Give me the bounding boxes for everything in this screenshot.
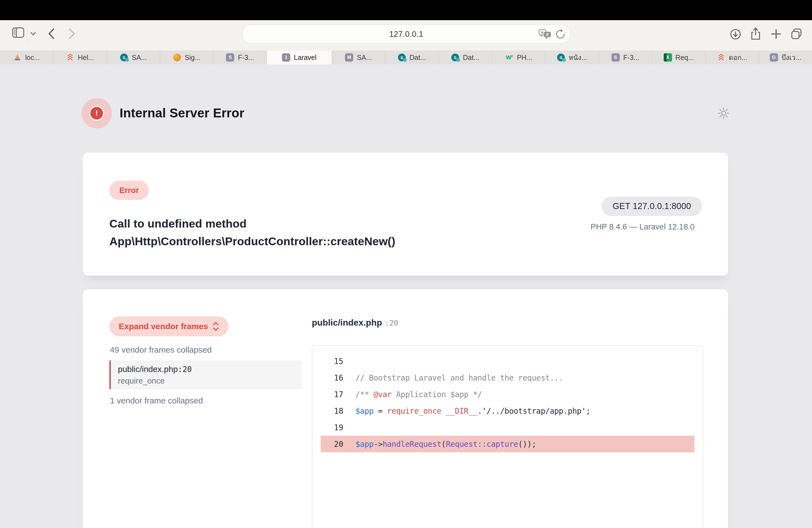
one-gray-favicon: 1 [282, 53, 290, 62]
browser-toolbar: 127.0.0.1 A 文 [0, 20, 812, 51]
line-number: 18 [321, 407, 343, 415]
code-text: $app->handleRequest(Request::capture()); [356, 440, 536, 449]
line-number: 16 [321, 373, 343, 382]
browser-tab[interactable]: W3PH... [492, 50, 546, 64]
stack-frame-function: require_once [118, 377, 302, 385]
code-file-name: public/index.php [312, 318, 382, 327]
code-line-highlighted: 20$app->handleRequest(Request::capture()… [321, 436, 694, 452]
tab-label: Sig... [185, 54, 201, 62]
menu-bar [0, 0, 812, 20]
code-file-line: :20 [385, 319, 398, 327]
downloads-button[interactable] [730, 28, 741, 40]
browser-tab[interactable]: 1Laravel [267, 50, 332, 64]
share-button[interactable] [750, 28, 761, 40]
tab-label: SA... [132, 54, 147, 62]
forward-button[interactable] [68, 28, 76, 40]
tab-label: Dat... [463, 54, 479, 62]
stack-frame-item[interactable]: public/index.php:20 require_once [110, 361, 302, 390]
code-text: $app = require_once __DIR__.'/../bootstr… [356, 407, 591, 415]
code-text: /** @var Application $app */ [356, 390, 482, 399]
tab-label: loc... [25, 54, 40, 62]
error-status-icon: ! [82, 98, 112, 128]
sidebar-toggle-icon[interactable] [12, 27, 24, 38]
reload-icon[interactable] [555, 28, 566, 40]
vendor-frames-collapsed-bottom: 1 vendor frame collapsed [110, 396, 203, 406]
back-button[interactable] [47, 28, 55, 40]
laravel-favicon [66, 53, 74, 62]
expand-vendor-frames-button[interactable]: Expand vendor frames [110, 317, 228, 336]
browser-tab[interactable]: Sig... [160, 50, 214, 64]
browser-tab[interactable]: SDat... [385, 50, 439, 64]
tab-label: Dat... [410, 54, 426, 62]
page-title: Internal Server Error [120, 105, 244, 120]
w3-favicon: W3 [505, 53, 513, 62]
browser-tab[interactable]: SSA... [107, 50, 160, 64]
s-gray-favicon: S [611, 53, 620, 62]
tab-label: ดอก... [729, 52, 748, 63]
g-gray-favicon: G [770, 53, 778, 62]
tab-label: PH... [517, 54, 532, 62]
chevron-up-down-icon [213, 321, 219, 332]
svg-text:文: 文 [545, 32, 549, 37]
code-snippet-panel[interactable]: 1516// Bootstrap Laravel and handle the … [312, 345, 703, 528]
sidebar-menu-chevron-icon[interactable] [30, 32, 37, 36]
tab-label: Laravel [294, 54, 317, 62]
exclamation-icon: ! [89, 106, 104, 121]
sharepoint-favicon: S [120, 53, 128, 62]
tab-label: F-3... [623, 54, 639, 62]
expand-vendor-frames-label: Expand vendor frames [119, 322, 208, 331]
translate-icon[interactable]: A 文 [539, 28, 551, 40]
vendor-frames-collapsed-top: 49 vendor frames collapsed [110, 345, 212, 355]
code-line: 16// Bootstrap Laravel and handle the re… [321, 369, 694, 386]
code-text: // Bootstrap Laravel and handle the requ… [356, 373, 563, 382]
exception-message-line1: Call to undefined method [110, 215, 395, 233]
sharepoint-favicon: S [557, 53, 565, 62]
line-number: 17 [321, 390, 343, 399]
browser-tab[interactable]: SF-3... [599, 50, 652, 64]
browser-tab[interactable]: Hel... [53, 50, 106, 64]
url-text: 127.0.0.1 [389, 30, 423, 39]
code-line: 19 [321, 419, 694, 436]
stack-trace-card: Expand vendor frames 49 vendor frames co… [83, 289, 728, 528]
sharepoint-favicon: S [451, 53, 459, 62]
code-line: 17/** @var Application $app */ [321, 386, 694, 402]
tab-label: Req... [676, 54, 694, 62]
browser-tab[interactable]: Sหนัง... [546, 50, 599, 64]
browser-tab[interactable]: Gบึงเว... [759, 50, 812, 64]
tab-bar: PMAloc...Hel...SSA...Sig...SF-3...1Larav… [0, 50, 812, 64]
browser-tab[interactable]: MSA... [332, 50, 385, 64]
s-gray-favicon: S [226, 53, 234, 62]
browser-tab[interactable]: XReq... [652, 50, 706, 64]
line-number: 15 [321, 357, 343, 366]
svg-text:A: A [541, 30, 544, 35]
code-line: 15 [321, 353, 694, 369]
error-type-badge: Error [110, 180, 149, 200]
browser-tab[interactable]: SDat... [439, 50, 492, 64]
code-file-header: public/index.php:20 [312, 318, 398, 328]
request-method-badge: GET 127.0.0.1:8000 [601, 196, 702, 216]
line-number: 20 [321, 440, 343, 449]
code-line: 18$app = require_once __DIR__.'/../boots… [321, 402, 694, 419]
php-laravel-versions: PHP 8.4.6 — Laravel 12.18.0 [591, 222, 695, 231]
tab-overview-button[interactable] [791, 28, 802, 40]
browser-tab[interactable]: PMAloc... [0, 50, 53, 64]
m-gray-favicon: M [345, 53, 353, 62]
tab-label: บึงเว... [782, 52, 801, 63]
pma-favicon: PMA [13, 53, 21, 62]
tab-label: F-3... [238, 54, 254, 62]
stack-frame-file: public/index.php:20 [118, 365, 302, 374]
tab-label: หนัง... [569, 52, 587, 63]
browser-tab[interactable]: SF-3... [214, 50, 267, 64]
new-tab-button[interactable] [771, 28, 782, 40]
tab-label: SA... [357, 54, 372, 62]
tab-label: Hel... [78, 54, 94, 62]
exception-message: Call to undefined method App\Http\Contro… [110, 215, 395, 250]
sharepoint-favicon: S [398, 53, 406, 62]
browser-tab[interactable]: ดอก... [706, 50, 759, 64]
orange-ball-favicon [173, 53, 181, 62]
exception-card: Error Call to undefined method App\Http\… [83, 153, 728, 276]
excel-favicon: X [664, 53, 672, 62]
address-bar[interactable]: 127.0.0.1 A 文 [242, 25, 570, 43]
theme-toggle-sun-icon[interactable] [717, 107, 730, 120]
laravel-favicon [717, 53, 725, 62]
